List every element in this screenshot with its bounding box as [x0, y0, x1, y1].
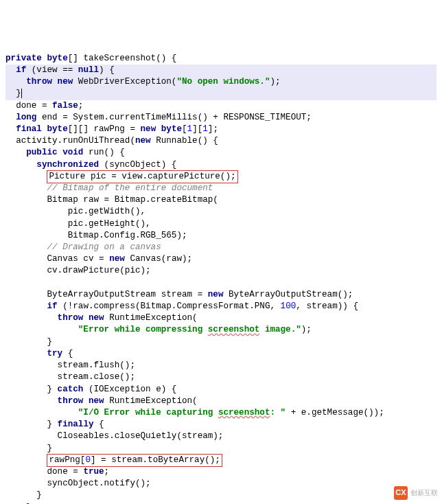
code-text: syncObject.notify(); — [47, 479, 150, 488]
code-text: [][] rawPng = — [68, 124, 141, 134]
keyword-new: new — [135, 136, 151, 146]
closing-brace: } — [36, 490, 42, 500]
code-text: { — [62, 349, 73, 358]
code-text: ByteArrayOutputStream(); — [223, 290, 353, 299]
keyword-synchronized: synchronized — [36, 160, 99, 170]
code-text: end = System.currentTimeMillis() + RESPO… — [36, 113, 312, 122]
code-line: cv.drawPicture(pic); — [5, 266, 151, 275]
comment: // Bitmap of the entire document — [47, 183, 213, 193]
string-literal: : " — [270, 408, 286, 417]
code-editor[interactable]: private byte[] takeScreenshot() { if (vi… — [5, 53, 437, 504]
keyword-byte: byte — [47, 124, 67, 134]
code-text: Runnable() { — [151, 136, 218, 146]
keyword-new: new — [89, 313, 104, 323]
spellcheck-error: screenshot — [208, 325, 260, 334]
highlighted-line: if (view == null) { — [5, 65, 437, 76]
code-text: Canvas cv = — [47, 254, 109, 264]
keyword-false: false — [52, 101, 78, 111]
code-line: if (!raw.compress(Bitmap.CompressFormat.… — [5, 301, 358, 311]
code-line: "Error while compressing screenshot imag… — [5, 325, 312, 334]
code-line: } — [5, 444, 52, 453]
string-literal: "I/O Error while capturing — [78, 408, 218, 417]
code-line: pic.getWidth(), — [5, 207, 146, 216]
code-text: activity.runOnUiThread( — [16, 136, 135, 146]
code-line: } — [5, 337, 52, 347]
code-text: pic.getWidth(), — [68, 207, 146, 216]
keyword-new: new — [208, 290, 224, 299]
string-literal: image." — [259, 325, 301, 334]
code-line: // Drawing on a canvas — [5, 242, 161, 252]
spellcheck-error: screenshot — [218, 408, 270, 417]
keyword-private: private — [5, 54, 42, 63]
code-text: ); — [301, 325, 312, 334]
code-text: , stream)) { — [296, 301, 358, 311]
code-text: Bitmap.Config.RGB_565); — [68, 231, 187, 240]
comment: // Drawing on a canvas — [47, 242, 161, 252]
keyword-throw: throw — [26, 77, 52, 87]
code-line: activity.runOnUiThread(new Runnable() { — [5, 136, 218, 146]
keyword-new: new — [109, 254, 125, 264]
code-line: // Bitmap of the entire document — [5, 183, 213, 193]
code-text: RuntimeException( — [104, 313, 198, 323]
code-text: ; — [78, 101, 84, 111]
code-text: Canvas(raw); — [125, 254, 192, 264]
code-text: ; — [104, 467, 110, 477]
keyword-byte: byte — [161, 124, 182, 134]
code-line: throw new RuntimeException( — [5, 313, 198, 323]
keyword-new: new — [89, 396, 104, 406]
code-line: } — [5, 490, 42, 500]
string-literal: "No open windows." — [176, 77, 270, 87]
closing-brace: } — [16, 89, 21, 98]
code-line: "I/O Error while capturing screenshot: "… — [5, 408, 384, 417]
code-text: Picture pic = view.capturePicture(); — [49, 172, 235, 181]
keyword-if: if — [47, 301, 57, 311]
code-text: cv.drawPicture(pic); — [47, 266, 150, 275]
code-text: run() { — [83, 148, 124, 157]
highlighted-line-cursor: } — [5, 88, 437, 100]
code-line: synchronized (syncObject) { — [5, 160, 176, 170]
code-line: ByteArrayOutputStream stream = new ByteA… — [5, 290, 353, 299]
code-text: + e.getMessage()); — [286, 408, 384, 417]
code-line: Picture pic = view.capturePicture(); — [5, 172, 238, 181]
code-line: throw new RuntimeException( — [5, 396, 198, 406]
code-text: pic.getHeight(), — [68, 219, 151, 229]
code-line: public void run() { — [5, 148, 125, 157]
number-literal: 0 — [85, 455, 91, 465]
code-text: ]; — [208, 124, 218, 134]
code-line: try { — [5, 349, 73, 358]
keyword-throw: throw — [58, 313, 84, 323]
code-line: } finally { — [5, 420, 104, 429]
keyword-throw: throw — [58, 396, 84, 406]
code-text: done = — [16, 101, 52, 111]
code-text: (syncObject) { — [99, 160, 176, 170]
code-line: rawPng[0] = stream.toByteArray(); — [5, 455, 222, 465]
code-text: { — [94, 420, 104, 429]
keyword-catch: catch — [58, 385, 84, 394]
logo-icon: CX — [394, 486, 408, 500]
code-text: ); — [270, 77, 280, 87]
code-text: [ — [182, 124, 187, 134]
text-cursor — [21, 89, 22, 98]
code-line: stream.flush(); — [5, 360, 135, 370]
code-text: Closeables.closeQuietly(stream); — [58, 431, 224, 441]
code-text: ByteArrayOutputStream stream = — [47, 290, 207, 299]
closing-brace: } — [47, 337, 52, 347]
number-literal: 1 — [202, 124, 208, 134]
keyword-if: if — [16, 65, 26, 75]
highlighted-line: throw new WebDriverException("No open wi… — [5, 76, 437, 88]
code-text: (IOException e) { — [83, 385, 176, 394]
keyword-final: final — [16, 124, 42, 134]
code-line: Closeables.closeQuietly(stream); — [5, 431, 223, 441]
code-text: RuntimeException( — [104, 396, 198, 406]
code-text: ) { — [99, 65, 115, 75]
code-line: long end = System.currentTimeMillis() + … — [5, 113, 312, 122]
watermark-logo: CX 创新互联 — [394, 486, 438, 500]
string-literal: "Error while compressing — [78, 325, 208, 334]
keyword-true: true — [83, 467, 104, 477]
keyword-long: long — [16, 113, 36, 122]
code-text: [] takeScreenshot() { — [68, 54, 177, 63]
highlighted-box: rawPng[0] = stream.toByteArray(); — [47, 454, 222, 467]
keyword-public: public — [26, 148, 57, 157]
code-line: Canvas cv = new Canvas(raw); — [5, 254, 192, 264]
logo-text: 创新互联 — [410, 487, 438, 499]
